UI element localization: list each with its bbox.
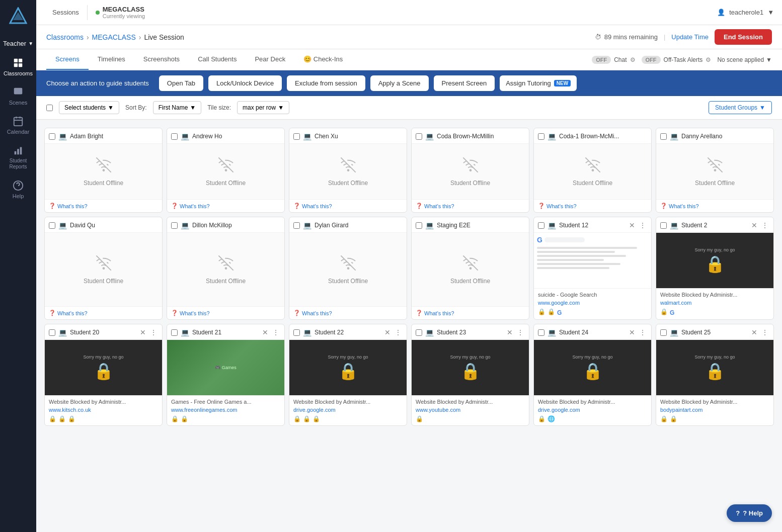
card-menu-icon[interactable]: ⋮ <box>394 328 403 336</box>
card-body: Student Offline <box>534 144 651 199</box>
tab-check-ins[interactable]: 😊 Check-Ins <box>294 49 352 70</box>
site-url[interactable]: drive.google.com <box>293 407 336 413</box>
tab-timelines[interactable]: Timelines <box>89 49 134 70</box>
card-checkbox[interactable] <box>293 329 300 336</box>
card-checkbox[interactable] <box>660 329 667 336</box>
site-url[interactable]: www.kitsch.co.uk <box>49 407 91 413</box>
footer-icons: 🔒🔒 <box>171 415 280 422</box>
card-checkbox[interactable] <box>171 133 178 140</box>
select-students-button[interactable]: Select students ▼ <box>59 101 119 114</box>
select-all-checkbox[interactable] <box>46 105 53 111</box>
end-session-button[interactable]: End Session <box>715 29 772 45</box>
sidebar-item-calendar[interactable]: Calendar <box>0 111 36 140</box>
sort-by-button[interactable]: First Name ▼ <box>153 101 202 114</box>
card-menu-icon[interactable]: ⋮ <box>516 328 525 336</box>
tile-size-button[interactable]: max per row ▼ <box>237 101 289 114</box>
whats-this-link[interactable]: ❓ What's this? <box>538 203 647 209</box>
exclude-button[interactable]: Exclude from session <box>287 75 365 91</box>
card-checkbox[interactable] <box>416 133 422 140</box>
whats-this-link[interactable]: ❓ What's this? <box>293 310 403 316</box>
sessions-link[interactable]: Sessions <box>44 9 87 16</box>
chat-toggle[interactable]: OFF <box>592 56 611 64</box>
scene-dropdown[interactable]: No scene applied ▼ <box>717 56 772 63</box>
apply-scene-button[interactable]: Apply a Scene <box>370 75 429 91</box>
card-exclude-icon[interactable]: ✕ <box>261 328 269 336</box>
off-task-settings-icon[interactable]: ⚙ <box>706 56 711 63</box>
card-checkbox[interactable] <box>660 133 667 140</box>
whats-this-link[interactable]: ❓ What's this? <box>49 310 158 316</box>
card-checkbox[interactable] <box>49 329 55 336</box>
card-checkbox[interactable] <box>293 222 300 229</box>
offline-text: Student Offline <box>328 180 368 187</box>
sidebar-item-student-reports[interactable]: Student Reports <box>0 140 36 175</box>
update-time-link[interactable]: Update Time <box>671 33 709 41</box>
card-checkbox[interactable] <box>171 329 178 336</box>
present-screen-button[interactable]: Present Screen <box>434 75 495 91</box>
whats-this-link[interactable]: ❓ What's this? <box>416 203 525 209</box>
site-url[interactable]: drive.google.com <box>538 407 580 413</box>
question-icon: ❓ <box>293 310 300 316</box>
new-badge: NEW <box>554 80 571 86</box>
card-exclude-icon[interactable]: ✕ <box>750 328 758 336</box>
off-task-toggle[interactable]: OFF <box>642 56 661 64</box>
card-exclude-icon[interactable]: ✕ <box>383 328 392 336</box>
card-menu-icon[interactable]: ⋮ <box>760 221 769 229</box>
student-groups-button[interactable]: Student Groups ▼ <box>709 101 772 114</box>
whats-this-link[interactable]: ❓ What's this? <box>49 203 158 209</box>
whats-this-link[interactable]: ❓ What's this? <box>293 203 403 209</box>
site-url[interactable]: www.freeonlinegames.com <box>171 407 237 413</box>
sidebar-item-help[interactable]: Help <box>0 175 36 204</box>
chat-settings-icon[interactable]: ⚙ <box>630 56 636 63</box>
assign-tutoring-button[interactable]: Assign Tutoring NEW <box>500 75 577 91</box>
card-exclude-icon[interactable]: ✕ <box>139 328 147 336</box>
card-menu-icon[interactable]: ⋮ <box>271 328 280 336</box>
card-footer: ❓ What's this? <box>289 199 407 212</box>
card-checkbox[interactable] <box>538 222 544 229</box>
card-checkbox[interactable] <box>171 222 178 229</box>
card-checkbox[interactable] <box>660 222 667 229</box>
sidebar-item-classrooms[interactable]: Classrooms <box>0 52 36 81</box>
student-name: David Qu <box>70 222 158 229</box>
breadcrumb-megaclass[interactable]: MEGACLASS <box>92 33 136 41</box>
open-tab-button[interactable]: Open Tab <box>159 75 203 91</box>
site-url[interactable]: bodypaintart.com <box>660 407 702 413</box>
card-checkbox[interactable] <box>293 133 300 140</box>
laptop-icon: 💻 <box>548 132 556 140</box>
site-url[interactable]: www.youtube.com <box>416 407 460 413</box>
card-menu-icon[interactable]: ⋮ <box>638 328 647 336</box>
card-footer: Website Blocked by Administr...drive.goo… <box>534 395 651 425</box>
tab-call-students[interactable]: Call Students <box>189 49 246 70</box>
card-menu-icon[interactable]: ⋮ <box>760 328 769 336</box>
whats-this-link[interactable]: ❓ What's this? <box>171 310 280 316</box>
card-checkbox[interactable] <box>416 222 422 229</box>
lock-unlock-button[interactable]: Lock/Unlock Device <box>208 75 282 91</box>
site-url[interactable]: walmart.com <box>660 300 691 306</box>
sidebar-item-scenes[interactable]: Scenes <box>0 81 36 111</box>
card-checkbox[interactable] <box>538 133 544 140</box>
tile-size-label: Tile size: <box>207 104 231 111</box>
card-menu-icon[interactable]: ⋮ <box>149 328 158 336</box>
card-menu-icon[interactable]: ⋮ <box>638 221 647 229</box>
card-checkbox[interactable] <box>416 329 422 336</box>
card-actions: ✕⋮ <box>506 328 525 336</box>
help-fab[interactable]: ? ? Help <box>727 504 772 522</box>
card-checkbox[interactable] <box>49 222 55 229</box>
card-checkbox[interactable] <box>538 329 544 336</box>
card-exclude-icon[interactable]: ✕ <box>750 221 758 229</box>
whats-this-link[interactable]: ❓ What's this? <box>416 310 525 316</box>
card-exclude-icon[interactable]: ✕ <box>628 221 636 229</box>
teacher-dropdown[interactable]: Teacher ▼ <box>0 35 36 52</box>
card-exclude-icon[interactable]: ✕ <box>506 328 514 336</box>
tab-pear-deck[interactable]: Pear Deck <box>246 49 294 70</box>
student-name: Coda-1 Brown-McMi... <box>559 133 647 140</box>
site-url[interactable]: www.google.com <box>538 300 580 306</box>
tab-screens[interactable]: Screens <box>46 49 89 70</box>
tab-screenshots[interactable]: Screenshots <box>134 49 189 70</box>
whats-this-link[interactable]: ❓ What's this? <box>660 203 769 209</box>
card-checkbox[interactable] <box>49 133 55 140</box>
footer-icon: 🔒 <box>49 415 56 422</box>
card-exclude-icon[interactable]: ✕ <box>628 328 636 336</box>
whats-this-link[interactable]: ❓ What's this? <box>171 203 280 209</box>
footer-icon: 🔒 <box>58 415 66 422</box>
breadcrumb-classrooms[interactable]: Classrooms <box>46 33 84 41</box>
